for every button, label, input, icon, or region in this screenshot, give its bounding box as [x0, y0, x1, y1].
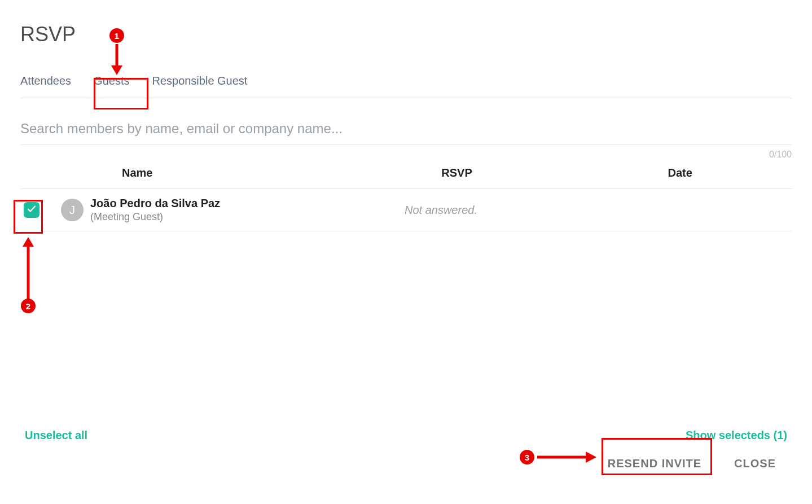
svg-marker-5: [586, 452, 596, 463]
search-counter: 0/100: [20, 150, 792, 160]
header-name: Name: [54, 166, 345, 179]
dialog-actions: RESEND INVITE CLOSE: [600, 446, 784, 481]
tab-guests[interactable]: Guests: [94, 69, 129, 98]
annotation-arrow-3: [537, 450, 596, 466]
search-input[interactable]: [20, 115, 792, 145]
annotation-badge-3: 3: [520, 450, 534, 464]
show-selected-link[interactable]: Show selecteds (1): [686, 429, 787, 442]
header-date: Date: [568, 166, 792, 179]
check-icon: [27, 204, 37, 216]
header-rsvp: RSVP: [345, 166, 569, 179]
resend-invite-button[interactable]: RESEND INVITE: [600, 446, 709, 481]
annotation-badge-2: 2: [21, 299, 36, 313]
tab-bar: Attendees Guests Responsible Guest: [20, 69, 792, 98]
avatar: J: [61, 199, 84, 221]
table-row: J João Pedro da Silva Paz (Meeting Guest…: [20, 189, 792, 231]
rsvp-dialog: RSVP Attendees Guests Responsible Guest …: [0, 0, 812, 504]
selection-links: Unselect all Show selecteds (1): [25, 429, 787, 442]
dialog-title: RSVP: [20, 23, 792, 46]
rsvp-status: Not answered.: [324, 204, 558, 217]
annotation-arrow-2: [21, 237, 35, 301]
tab-responsible-guest[interactable]: Responsible Guest: [152, 69, 247, 98]
avatar-initial: J: [69, 204, 75, 217]
guest-subtitle: (Meeting Guest): [90, 211, 324, 223]
guest-name: João Pedro da Silva Paz: [90, 197, 324, 210]
row-checkbox[interactable]: [24, 202, 39, 218]
svg-marker-2: [23, 237, 34, 247]
tab-attendees[interactable]: Attendees: [20, 69, 71, 98]
name-cell: João Pedro da Silva Paz (Meeting Guest): [84, 197, 324, 223]
close-button[interactable]: CLOSE: [726, 446, 784, 481]
unselect-all-link[interactable]: Unselect all: [25, 429, 87, 442]
table-header: Name RSVP Date: [20, 162, 792, 189]
